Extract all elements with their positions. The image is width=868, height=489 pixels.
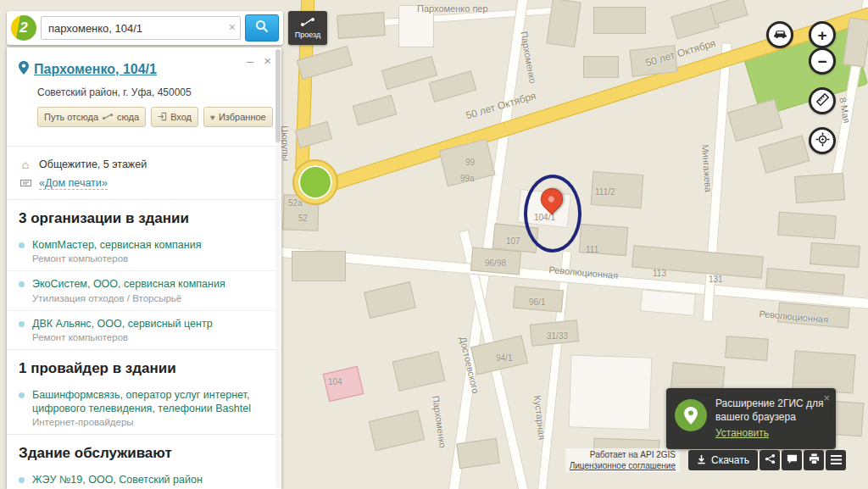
share-button[interactable] — [760, 450, 780, 470]
print-button[interactable] — [804, 450, 824, 470]
org-list-item: КомпМастер, сервисная компанияРемонт ком… — [7, 232, 281, 270]
search-field: × — [41, 16, 241, 40]
map-building — [323, 366, 364, 403]
map-building — [765, 268, 845, 295]
org-list-item: Башинформсвязь, оператор услуг интернет,… — [7, 382, 281, 435]
building-name-link[interactable]: «Дом печати» — [39, 177, 108, 190]
clear-search-icon[interactable]: × — [229, 21, 236, 34]
org-link[interactable]: Башинформсвязь, оператор услуг интернет,… — [32, 388, 270, 416]
map-building — [794, 173, 845, 203]
card-window-controls: – × — [247, 54, 271, 67]
locate-icon — [815, 132, 830, 150]
map-building — [292, 251, 346, 281]
map-building — [569, 354, 653, 430]
org-link[interactable]: КомпМастер, сервисная компания — [32, 238, 270, 252]
card-header: Пархоменко, 104/1 Советский район, г. Уф… — [7, 47, 281, 137]
extension-promo-popup: × Расширение 2ГИС для вашего браузера Ус… — [666, 388, 836, 449]
org-list-item: ДВК Альянс, ООО, сервисный центрРемонт к… — [7, 310, 281, 349]
map-building — [843, 17, 868, 67]
map-building — [629, 45, 677, 76]
org-link[interactable]: ДВК Альянс, ООО, сервисный центр — [32, 317, 270, 331]
map-attribution: Работает на API 2GIS Лицензионное соглаш… — [565, 448, 680, 472]
entrance-label: Вход — [170, 112, 192, 122]
map-building — [546, 0, 581, 47]
map-building — [337, 12, 386, 39]
route-icon — [300, 17, 315, 29]
search-icon — [255, 19, 269, 36]
org-list-item: ЭкоСистем, ООО, сервисная компанияУтилиз… — [7, 270, 281, 309]
menu-button[interactable] — [826, 450, 846, 470]
bullet-icon — [19, 477, 25, 483]
license-link[interactable]: Лицензионное соглашение — [570, 460, 676, 471]
feedback-button[interactable] — [782, 450, 802, 470]
section-header: 3 организации в здании — [7, 200, 281, 232]
building-name-row: «Дом печати» — [19, 174, 270, 192]
building-type-label: Общежитие, 5 этажей — [39, 158, 147, 170]
heart-icon: ♥ — [210, 113, 215, 122]
favorite-button[interactable]: ♥ Избранное — [203, 107, 273, 127]
card-actions: Путь отсюда сюда Вход ♥ Избранное — [37, 107, 270, 127]
card-scrollbar[interactable] — [275, 49, 281, 487]
share-icon — [765, 453, 776, 468]
entrance-icon — [158, 112, 167, 123]
map-building — [759, 135, 810, 174]
minimize-icon[interactable]: – — [247, 54, 253, 67]
download-button[interactable]: Скачать — [688, 450, 758, 470]
2gis-app: Пархоменко перПархоменко50 лет Октября50… — [0, 0, 868, 489]
map-building — [295, 121, 333, 148]
place-pin-icon — [19, 61, 29, 78]
map-building — [456, 438, 500, 469]
map-building — [810, 242, 860, 268]
promo-text: Расширение 2ГИС для вашего браузера — [715, 397, 824, 424]
section-header: Здание обслуживают — [7, 435, 281, 467]
map-building — [392, 351, 446, 392]
route-from-to-button[interactable]: Путь отсюда сюда — [37, 107, 146, 127]
favorite-label: Избранное — [219, 112, 266, 122]
map-building — [727, 99, 783, 142]
map-building — [513, 286, 564, 313]
route-to-label[interactable]: сюда — [117, 112, 139, 122]
zoom-in-button[interactable]: + — [809, 21, 836, 48]
promo-close-icon[interactable]: × — [823, 391, 830, 406]
download-icon — [697, 454, 706, 467]
hamburger-icon — [831, 453, 842, 468]
map-building — [593, 7, 646, 34]
search-input[interactable] — [41, 16, 241, 40]
org-subtitle: Утилизация отходов / Вторсырьё — [32, 293, 270, 303]
map-building — [640, 289, 696, 315]
promo-install-link[interactable]: Установить — [715, 426, 769, 440]
comment-icon — [787, 453, 798, 468]
entrance-button[interactable]: Вход — [151, 107, 198, 127]
route-from-label[interactable]: Путь отсюда — [44, 112, 98, 122]
map-building — [297, 46, 353, 80]
section-header: 1 провайдер в здании — [7, 350, 281, 382]
map-building — [583, 56, 619, 78]
scrollbar-thumb[interactable] — [275, 49, 281, 142]
directions-button[interactable]: Проезд — [288, 11, 327, 45]
map-building — [777, 212, 837, 240]
map-building — [792, 351, 855, 394]
map-building — [632, 245, 764, 278]
search-button[interactable] — [245, 14, 279, 42]
map-building — [579, 224, 628, 256]
card-section: Здание обслуживаютЖЭУ №19, ООО, Советски… — [7, 434, 281, 489]
bullet-icon — [19, 392, 25, 398]
house-icon: ⌂ — [19, 158, 32, 171]
place-address: Советский район, г. Уфа, 450005 — [37, 86, 270, 98]
org-link[interactable]: ЭкоСистем, ООО, сервисная компания — [32, 277, 270, 291]
org-subtitle: Ремонт компьютеров — [32, 332, 270, 342]
map-building — [591, 171, 644, 208]
directions-label: Проезд — [295, 31, 320, 39]
building-type-row: ⌂ Общежитие, 5 этажей — [19, 155, 270, 174]
traffic-button[interactable] — [766, 21, 793, 48]
card-sections: 3 организации в зданииКомпМастер, сервис… — [7, 199, 281, 489]
zoom-out-button[interactable]: − — [809, 47, 836, 75]
place-title[interactable]: Пархоменко, 104/1 — [34, 62, 157, 77]
printer-icon — [809, 453, 820, 468]
close-icon[interactable]: × — [264, 54, 271, 67]
2gis-logo[interactable]: 2 — [11, 15, 36, 41]
ruler-button[interactable] — [809, 87, 836, 114]
map-building — [709, 0, 748, 25]
locate-button[interactable] — [809, 127, 836, 154]
org-link[interactable]: ЖЭУ №19, ООО, Советский район — [32, 473, 270, 486]
